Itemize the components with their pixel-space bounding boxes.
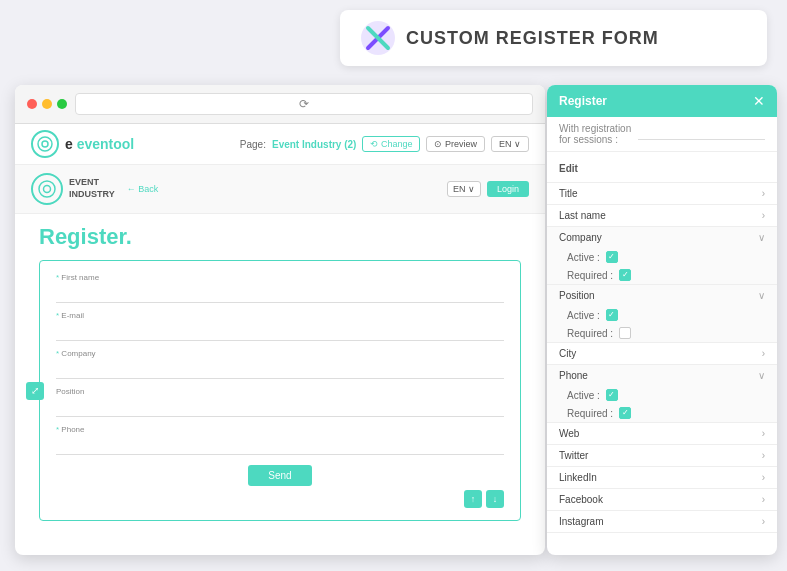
company-label: * Company [56, 349, 504, 358]
field-linkedin[interactable]: LinkedIn › [547, 467, 777, 489]
dot-green[interactable] [57, 99, 67, 109]
right-panel: Register ✕ With registration for session… [547, 85, 777, 555]
app-logo-text: e eventool [65, 136, 134, 152]
field-phone-expand: ∨ [758, 370, 765, 381]
company-row: * Company [56, 349, 504, 379]
field-web[interactable]: Web › [547, 423, 777, 445]
field-city[interactable]: City › [547, 343, 777, 365]
field-company-header[interactable]: Company ∨ [547, 227, 777, 248]
session-input[interactable] [638, 128, 765, 140]
field-company-expand: ∨ [758, 232, 765, 243]
dot-red[interactable] [27, 99, 37, 109]
email-row: * E-mail [56, 311, 504, 341]
position-required-label: Required : [567, 328, 613, 339]
position-active-row: Active : ✓ [547, 306, 777, 324]
phone-row: * Phone [56, 425, 504, 455]
phone-input[interactable] [56, 439, 504, 455]
send-button[interactable]: Send [248, 465, 311, 486]
field-instagram-label: Instagram [559, 516, 603, 527]
field-facebook[interactable]: Facebook › [547, 489, 777, 511]
field-facebook-arrow: › [762, 494, 765, 505]
form-bottom-icons: ↑ ↓ [56, 490, 504, 508]
field-instagram[interactable]: Instagram › [547, 511, 777, 533]
preview-button[interactable]: ⊙ Preview [426, 136, 485, 152]
event-right-actions: EN ∨ Login [447, 181, 529, 197]
event-name: EVENT INDUSTRY [69, 177, 115, 200]
field-web-arrow: › [762, 428, 765, 439]
field-title[interactable]: Title › [547, 183, 777, 205]
field-twitter[interactable]: Twitter › [547, 445, 777, 467]
phone-required-label: Required : [567, 408, 613, 419]
field-web-label: Web [559, 428, 579, 439]
logo-icon [31, 130, 59, 158]
svg-point-3 [38, 137, 52, 151]
field-title-label: Title [559, 188, 578, 199]
edit-section: Edit [547, 152, 777, 183]
company-active-label: Active : [567, 252, 600, 263]
position-input[interactable] [56, 401, 504, 417]
event-name-line2: INDUSTRY [69, 189, 115, 201]
app-header: e eventool Page: Event Industry (2) ⟲ Ch… [15, 124, 545, 165]
phone-required-row: Required : ✓ [547, 404, 777, 422]
event-logo-icon [31, 173, 63, 205]
company-required-checkbox[interactable]: ✓ [619, 269, 631, 281]
field-linkedin-arrow: › [762, 472, 765, 483]
event-logo: EVENT INDUSTRY ← Back [31, 173, 158, 205]
field-lastname-arrow: › [762, 210, 765, 221]
phone-active-checkbox[interactable]: ✓ [606, 389, 618, 401]
field-twitter-arrow: › [762, 450, 765, 461]
svg-point-4 [42, 141, 48, 147]
change-button[interactable]: ⟲ Change [362, 136, 420, 152]
field-city-arrow: › [762, 348, 765, 359]
phone-active-label: Active : [567, 390, 600, 401]
browser-chrome: ⟳ [15, 85, 545, 124]
form-icon-btn-1[interactable]: ↑ [464, 490, 482, 508]
phone-label: * Phone [56, 425, 504, 434]
company-active-checkbox[interactable]: ✓ [606, 251, 618, 263]
field-facebook-label: Facebook [559, 494, 603, 505]
browser-window: ⟳ e eventool Page: Event Industry (2) ⟲ … [15, 85, 545, 555]
phone-required-checkbox[interactable]: ✓ [619, 407, 631, 419]
field-position-header[interactable]: Position ∨ [547, 285, 777, 306]
register-title: Register. [39, 224, 521, 250]
email-label: * E-mail [56, 311, 504, 320]
event-name-line1: EVENT [69, 177, 115, 189]
register-form-container: ⤢ * First name * E-mail * Company Positi… [39, 260, 521, 521]
company-input[interactable] [56, 363, 504, 379]
firstname-label: * First name [56, 273, 504, 282]
session-label: With registration for sessions : [559, 123, 632, 145]
panel-close-button[interactable]: ✕ [753, 93, 765, 109]
position-label: Position [56, 387, 504, 396]
language-button[interactable]: EN ∨ [491, 136, 529, 152]
position-active-checkbox[interactable]: ✓ [606, 309, 618, 321]
dot-yellow[interactable] [42, 99, 52, 109]
session-row: With registration for sessions : [547, 117, 777, 152]
phone-active-row: Active : ✓ [547, 386, 777, 404]
panel-header: Register ✕ [547, 85, 777, 117]
field-city-label: City [559, 348, 576, 359]
company-active-row: Active : ✓ [547, 248, 777, 266]
page-link[interactable]: Event Industry (2) [272, 139, 356, 150]
login-button[interactable]: Login [487, 181, 529, 197]
field-company-expanded: Company ∨ Active : ✓ Required : ✓ [547, 227, 777, 285]
field-title-arrow: › [762, 188, 765, 199]
top-banner: CUSTOM REGISTER FORM [340, 10, 767, 66]
svg-point-5 [39, 181, 55, 197]
field-phone-header[interactable]: Phone ∨ [547, 365, 777, 386]
field-linkedin-label: LinkedIn [559, 472, 597, 483]
form-icon-btn-2[interactable]: ↓ [486, 490, 504, 508]
brand-icon [360, 20, 396, 56]
email-input[interactable] [56, 325, 504, 341]
field-position-label: Position [559, 290, 595, 301]
firstname-input[interactable] [56, 287, 504, 303]
page-info: Page: Event Industry (2) ⟲ Change ⊙ Prev… [240, 136, 529, 152]
back-link[interactable]: ← Back [127, 184, 159, 194]
browser-url-bar[interactable]: ⟳ [75, 93, 533, 115]
field-company-label: Company [559, 232, 602, 243]
event-language-button[interactable]: EN ∨ [447, 181, 481, 197]
expand-icon[interactable]: ⤢ [26, 382, 44, 400]
field-lastname[interactable]: Last name › [547, 205, 777, 227]
position-required-checkbox[interactable] [619, 327, 631, 339]
panel-body: With registration for sessions : Edit Ti… [547, 117, 777, 551]
logo-area: e eventool [31, 130, 134, 158]
